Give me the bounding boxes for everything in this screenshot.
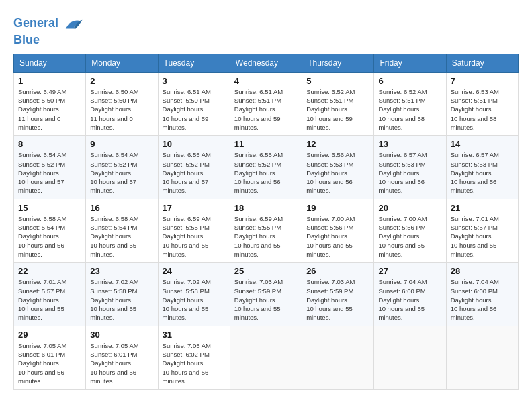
day-number: 25 xyxy=(234,266,298,276)
calendar-day-header: Monday xyxy=(86,54,158,72)
logo: General Blue xyxy=(13,13,83,47)
day-info: Sunrise: 6:57 AM Sunset: 5:53 PM Dayligh… xyxy=(451,150,514,195)
calendar-cell: 29 Sunrise: 7:05 AM Sunset: 6:01 PM Dayl… xyxy=(14,326,86,389)
day-number: 26 xyxy=(306,266,369,276)
calendar-cell: 3 Sunrise: 6:51 AM Sunset: 5:50 PM Dayli… xyxy=(158,72,230,135)
day-info: Sunrise: 6:54 AM Sunset: 5:52 PM Dayligh… xyxy=(18,150,81,195)
calendar-cell: 25 Sunrise: 7:03 AM Sunset: 5:59 PM Dayl… xyxy=(230,263,302,326)
calendar-day-header: Tuesday xyxy=(158,54,230,72)
day-number: 18 xyxy=(234,203,298,213)
day-number: 5 xyxy=(306,76,369,86)
calendar-week-row: 15 Sunrise: 6:58 AM Sunset: 5:54 PM Dayl… xyxy=(14,199,519,262)
day-number: 3 xyxy=(163,76,226,86)
day-number: 29 xyxy=(18,330,81,340)
day-number: 11 xyxy=(234,139,298,149)
day-info: Sunrise: 7:00 AM Sunset: 5:56 PM Dayligh… xyxy=(306,214,369,259)
day-info: Sunrise: 6:51 AM Sunset: 5:50 PM Dayligh… xyxy=(163,87,226,132)
calendar-day-header: Saturday xyxy=(446,54,518,72)
calendar-cell: 21 Sunrise: 7:01 AM Sunset: 5:57 PM Dayl… xyxy=(446,199,518,262)
calendar-cell: 7 Sunrise: 6:53 AM Sunset: 5:51 PM Dayli… xyxy=(446,72,518,135)
calendar-cell: 20 Sunrise: 7:00 AM Sunset: 5:56 PM Dayl… xyxy=(374,199,446,262)
calendar-cell: 9 Sunrise: 6:54 AM Sunset: 5:52 PM Dayli… xyxy=(86,136,158,199)
day-info: Sunrise: 6:49 AM Sunset: 5:50 PM Dayligh… xyxy=(18,87,81,132)
day-number: 31 xyxy=(163,330,226,340)
calendar-week-row: 29 Sunrise: 7:05 AM Sunset: 6:01 PM Dayl… xyxy=(14,326,519,389)
calendar-cell xyxy=(302,326,374,389)
day-info: Sunrise: 7:03 AM Sunset: 5:59 PM Dayligh… xyxy=(234,277,298,322)
day-info: Sunrise: 6:55 AM Sunset: 5:52 PM Dayligh… xyxy=(163,150,226,195)
calendar-cell xyxy=(446,326,518,389)
calendar-week-row: 8 Sunrise: 6:54 AM Sunset: 5:52 PM Dayli… xyxy=(14,136,519,199)
calendar-day-header: Sunday xyxy=(14,54,86,72)
calendar-cell: 14 Sunrise: 6:57 AM Sunset: 5:53 PM Dayl… xyxy=(446,136,518,199)
day-number: 1 xyxy=(18,76,81,86)
calendar-cell: 11 Sunrise: 6:55 AM Sunset: 5:52 PM Dayl… xyxy=(230,136,302,199)
day-number: 19 xyxy=(306,203,369,213)
day-number: 21 xyxy=(451,203,514,213)
day-info: Sunrise: 7:02 AM Sunset: 5:58 PM Dayligh… xyxy=(163,277,226,322)
calendar-header-row: SundayMondayTuesdayWednesdayThursdayFrid… xyxy=(14,54,519,72)
day-number: 23 xyxy=(90,266,153,276)
day-info: Sunrise: 7:04 AM Sunset: 6:00 PM Dayligh… xyxy=(378,277,441,322)
logo-text: General Blue xyxy=(13,13,83,47)
calendar-cell: 1 Sunrise: 6:49 AM Sunset: 5:50 PM Dayli… xyxy=(14,72,86,135)
day-number: 15 xyxy=(18,203,81,213)
calendar-cell: 30 Sunrise: 7:05 AM Sunset: 6:01 PM Dayl… xyxy=(86,326,158,389)
calendar-cell: 16 Sunrise: 6:58 AM Sunset: 5:54 PM Dayl… xyxy=(86,199,158,262)
calendar-cell: 4 Sunrise: 6:51 AM Sunset: 5:51 PM Dayli… xyxy=(230,72,302,135)
calendar-cell: 8 Sunrise: 6:54 AM Sunset: 5:52 PM Dayli… xyxy=(14,136,86,199)
day-info: Sunrise: 7:05 AM Sunset: 6:01 PM Dayligh… xyxy=(18,341,81,385)
calendar-cell: 6 Sunrise: 6:52 AM Sunset: 5:51 PM Dayli… xyxy=(374,72,446,135)
page-header: General Blue xyxy=(13,13,519,47)
day-number: 24 xyxy=(163,266,226,276)
day-number: 30 xyxy=(90,330,153,340)
day-number: 13 xyxy=(378,139,441,149)
calendar-cell: 18 Sunrise: 6:59 AM Sunset: 5:55 PM Dayl… xyxy=(230,199,302,262)
day-number: 28 xyxy=(451,266,514,276)
calendar-cell: 12 Sunrise: 6:56 AM Sunset: 5:53 PM Dayl… xyxy=(302,136,374,199)
day-info: Sunrise: 7:02 AM Sunset: 5:58 PM Dayligh… xyxy=(90,277,153,322)
day-number: 7 xyxy=(451,76,514,86)
day-info: Sunrise: 7:05 AM Sunset: 6:02 PM Dayligh… xyxy=(163,341,226,385)
day-number: 12 xyxy=(306,139,369,149)
day-info: Sunrise: 7:01 AM Sunset: 5:57 PM Dayligh… xyxy=(451,214,514,259)
day-number: 22 xyxy=(18,266,81,276)
calendar-cell: 24 Sunrise: 7:02 AM Sunset: 5:58 PM Dayl… xyxy=(158,263,230,326)
day-info: Sunrise: 6:58 AM Sunset: 5:54 PM Dayligh… xyxy=(90,214,153,259)
day-info: Sunrise: 6:52 AM Sunset: 5:51 PM Dayligh… xyxy=(378,87,441,132)
calendar-week-row: 1 Sunrise: 6:49 AM Sunset: 5:50 PM Dayli… xyxy=(14,72,519,135)
day-number: 6 xyxy=(378,76,441,86)
calendar-day-header: Thursday xyxy=(302,54,374,72)
day-number: 9 xyxy=(90,139,153,149)
calendar-cell: 27 Sunrise: 7:04 AM Sunset: 6:00 PM Dayl… xyxy=(374,263,446,326)
day-info: Sunrise: 6:55 AM Sunset: 5:52 PM Dayligh… xyxy=(234,150,298,195)
day-info: Sunrise: 7:05 AM Sunset: 6:01 PM Dayligh… xyxy=(90,341,153,385)
day-info: Sunrise: 6:51 AM Sunset: 5:51 PM Dayligh… xyxy=(234,87,298,132)
day-number: 20 xyxy=(378,203,441,213)
calendar-cell: 19 Sunrise: 7:00 AM Sunset: 5:56 PM Dayl… xyxy=(302,199,374,262)
calendar-day-header: Friday xyxy=(374,54,446,72)
calendar-cell: 10 Sunrise: 6:55 AM Sunset: 5:52 PM Dayl… xyxy=(158,136,230,199)
day-number: 2 xyxy=(90,76,153,86)
day-info: Sunrise: 7:04 AM Sunset: 6:00 PM Dayligh… xyxy=(451,277,514,322)
day-number: 14 xyxy=(451,139,514,149)
calendar-cell: 28 Sunrise: 7:04 AM Sunset: 6:00 PM Dayl… xyxy=(446,263,518,326)
calendar-cell: 15 Sunrise: 6:58 AM Sunset: 5:54 PM Dayl… xyxy=(14,199,86,262)
day-info: Sunrise: 6:56 AM Sunset: 5:53 PM Dayligh… xyxy=(306,150,369,195)
day-info: Sunrise: 6:59 AM Sunset: 5:55 PM Dayligh… xyxy=(234,214,298,259)
day-number: 10 xyxy=(163,139,226,149)
calendar-cell: 5 Sunrise: 6:52 AM Sunset: 5:51 PM Dayli… xyxy=(302,72,374,135)
day-info: Sunrise: 7:00 AM Sunset: 5:56 PM Dayligh… xyxy=(378,214,441,259)
calendar-cell: 22 Sunrise: 7:01 AM Sunset: 5:57 PM Dayl… xyxy=(14,263,86,326)
calendar-table: SundayMondayTuesdayWednesdayThursdayFrid… xyxy=(13,54,519,390)
day-info: Sunrise: 6:58 AM Sunset: 5:54 PM Dayligh… xyxy=(18,214,81,259)
calendar-cell: 23 Sunrise: 7:02 AM Sunset: 5:58 PM Dayl… xyxy=(86,263,158,326)
calendar-cell xyxy=(374,326,446,389)
calendar-week-row: 22 Sunrise: 7:01 AM Sunset: 5:57 PM Dayl… xyxy=(14,263,519,326)
calendar-cell: 17 Sunrise: 6:59 AM Sunset: 5:55 PM Dayl… xyxy=(158,199,230,262)
day-info: Sunrise: 7:03 AM Sunset: 5:59 PM Dayligh… xyxy=(306,277,369,322)
day-info: Sunrise: 6:53 AM Sunset: 5:51 PM Dayligh… xyxy=(451,87,514,132)
day-number: 4 xyxy=(234,76,298,86)
calendar-day-header: Wednesday xyxy=(230,54,302,72)
day-info: Sunrise: 6:54 AM Sunset: 5:52 PM Dayligh… xyxy=(90,150,153,195)
